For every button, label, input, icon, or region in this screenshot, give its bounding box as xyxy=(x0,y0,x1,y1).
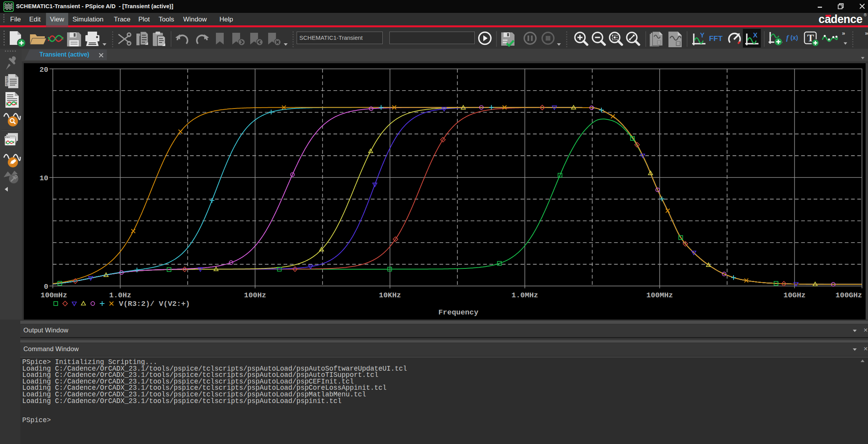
svg-text:Y: Y xyxy=(700,32,705,39)
svg-text:100Hz: 100Hz xyxy=(244,291,266,300)
svg-text:Frequency: Frequency xyxy=(438,308,479,317)
svg-text:0: 0 xyxy=(44,282,48,291)
svg-text:1.0Hz: 1.0Hz xyxy=(109,291,131,300)
svg-text:1.0MHz: 1.0MHz xyxy=(511,291,538,300)
svg-text:100GHz: 100GHz xyxy=(836,291,862,300)
svg-text:100MHz: 100MHz xyxy=(646,291,673,300)
svg-text:10KHz: 10KHz xyxy=(379,291,401,300)
svg-text:10GHz: 10GHz xyxy=(783,291,806,300)
svg-text:V(R3:2)/ V(V2:+): V(R3:2)/ V(V2:+) xyxy=(119,300,190,308)
svg-text:X: X xyxy=(753,32,758,39)
svg-text:100mHz: 100mHz xyxy=(41,291,67,300)
svg-text:PSpice: PSpice xyxy=(5,76,9,85)
svg-text:20: 20 xyxy=(39,66,48,74)
svg-text:10: 10 xyxy=(39,174,48,183)
